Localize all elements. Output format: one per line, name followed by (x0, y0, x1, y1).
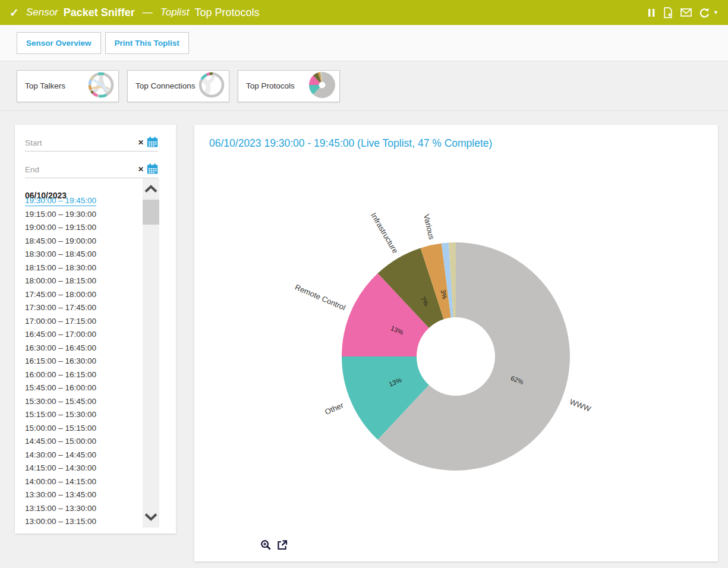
status-ok-check-icon: ✓ (10, 6, 19, 20)
slice-name-label: Other (323, 400, 345, 416)
add-report-icon[interactable] (663, 7, 673, 18)
toplist-interval-link[interactable]: 13:30:00 – 13:45:00 (25, 488, 141, 502)
start-date-field[interactable]: Start ✕ (25, 134, 158, 152)
toplist-history-panel: Start ✕ End ✕ (15, 125, 176, 534)
toplist-interval-link[interactable]: 15:30:00 – 15:45:00 (25, 395, 141, 409)
toplist-interval-link[interactable]: 14:15:00 – 14:30:00 (25, 462, 141, 475)
top-protocols-donut-chart[interactable]: 62%WWW13%Other13%Remote Control7%Infrast… (194, 166, 718, 535)
toplist-interval-link[interactable]: 19:15:00 – 19:30:00 (25, 208, 141, 222)
toplist-interval-link[interactable]: 19:30:00 – 19:45:00 (25, 194, 141, 208)
toplist-interval-link[interactable]: 18:30:00 – 18:45:00 (25, 248, 141, 261)
toplist-tabs: Top Talkers (0, 61, 728, 111)
sensor-overview-button[interactable]: Sensor Overview (17, 32, 101, 54)
breadcrumb-toplist-name: Top Protocols (194, 7, 259, 19)
pause-icon[interactable] (648, 8, 655, 17)
donut-chart-icon (308, 71, 336, 101)
scroll-up-icon[interactable] (143, 179, 159, 198)
end-date-placeholder: End (25, 165, 135, 174)
zoom-in-icon[interactable] (260, 539, 272, 551)
slice-name-label: Infrastructure (369, 211, 400, 255)
email-icon[interactable] (680, 8, 692, 17)
clear-start-icon[interactable]: ✕ (135, 138, 147, 147)
calendar-icon[interactable] (147, 137, 158, 147)
toplist-interval-link[interactable]: 18:00:00 – 18:15:00 (25, 274, 141, 288)
chord-diagram-icon (87, 71, 115, 101)
toplist-interval-link[interactable]: 16:15:00 – 16:30:00 (25, 355, 141, 368)
scrollbar-thumb[interactable] (143, 200, 159, 225)
calendar-icon[interactable] (147, 163, 158, 174)
slice-name-label: Various (422, 213, 436, 241)
breadcrumb-sensor-name: Packet Sniffer (64, 7, 135, 19)
slice-name-label: WWW (568, 397, 592, 414)
refresh-icon[interactable] (699, 8, 710, 18)
print-toplist-button[interactable]: Print This Toplist (105, 32, 189, 54)
toplist-interval-link[interactable]: 16:00:00 – 16:15:00 (25, 368, 141, 382)
toplist-interval-link[interactable]: 13:00:00 – 13:15:00 (25, 515, 141, 529)
toplist-chart-panel: 06/10/2023 19:30:00 - 19:45:00 (Live Top… (194, 125, 718, 561)
end-date-field[interactable]: End ✕ (25, 161, 158, 178)
toplist-interval-link[interactable]: 15:00:00 – 15:15:00 (25, 422, 141, 436)
history-interval-list: 19:30:00 – 19:45:0019:15:00 – 19:30:0019… (25, 194, 141, 529)
breadcrumb-separator: — (143, 7, 153, 18)
chord-diagram-icon (198, 71, 225, 101)
scroll-down-icon[interactable] (143, 507, 159, 526)
header-actions: ▼ (648, 7, 718, 18)
chart-title: 06/10/2023 19:30:00 - 19:45:00 (Live Top… (209, 137, 492, 150)
toplist-interval-link[interactable]: 13:15:00 – 13:30:00 (25, 502, 141, 516)
clear-end-icon[interactable]: ✕ (135, 165, 147, 173)
toplist-interval-link[interactable]: 18:45:00 – 19:00:00 (25, 235, 141, 248)
tab-top-talkers[interactable]: Top Talkers (17, 70, 119, 102)
refresh-dropdown-caret-icon[interactable]: ▼ (713, 10, 718, 15)
toplist-interval-link[interactable]: 16:30:00 – 16:45:00 (25, 342, 141, 355)
toplist-interval-link[interactable]: 17:45:00 – 18:00:00 (25, 288, 141, 302)
slice-name-label: Remote Control (294, 282, 347, 312)
tab-top-connections[interactable]: Top Connections (127, 70, 229, 102)
toplist-interval-link[interactable]: 15:15:00 – 15:30:00 (25, 408, 141, 422)
toolbar: Sensor Overview Print This Toplist (0, 25, 728, 61)
breadcrumb-sensor-label: Sensor (26, 7, 58, 18)
history-scrollbar[interactable] (143, 178, 159, 528)
tab-top-protocols[interactable]: Top Protocols (238, 70, 340, 102)
toplist-interval-link[interactable]: 15:45:00 – 16:00:00 (25, 381, 141, 395)
toplist-interval-link[interactable]: 19:00:00 – 19:15:00 (25, 221, 141, 235)
open-external-icon[interactable] (276, 539, 288, 551)
toplist-interval-link[interactable]: 14:00:00 – 14:15:00 (25, 475, 141, 489)
toplist-interval-link[interactable]: 18:15:00 – 18:30:00 (25, 261, 141, 275)
toplist-interval-link[interactable]: 17:00:00 – 17:15:00 (25, 315, 141, 329)
toplist-interval-link[interactable]: 16:45:00 – 17:00:00 (25, 328, 141, 342)
breadcrumb-toplist-label: Toplist (160, 7, 190, 18)
chart-actions (260, 539, 288, 551)
tab-label: Top Talkers (25, 81, 65, 90)
toplist-interval-link[interactable]: 14:45:00 – 15:00:00 (25, 435, 141, 449)
toplist-interval-link[interactable]: 14:30:00 – 14:45:00 (25, 449, 141, 462)
tab-label: Top Protocols (246, 81, 295, 90)
tab-label: Top Connections (135, 81, 196, 90)
toplist-interval-link[interactable]: 17:30:00 – 17:45:00 (25, 301, 141, 315)
start-date-placeholder: Start (25, 138, 135, 147)
header-bar: ✓ Sensor Packet Sniffer — Toplist Top Pr… (0, 0, 728, 25)
